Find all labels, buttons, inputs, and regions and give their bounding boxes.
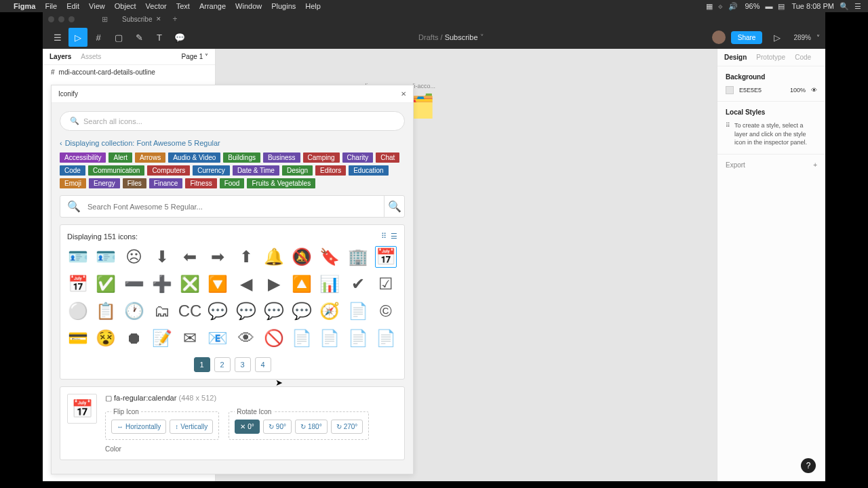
spotlight-icon[interactable]: 🔍 bbox=[840, 2, 849, 11]
search-all-input[interactable]: 🔍 Search all icons... bbox=[60, 111, 405, 131]
icon-grid-cell[interactable]: 📄 bbox=[347, 327, 369, 349]
icon-grid-cell[interactable]: 📅 bbox=[67, 273, 89, 295]
category-tag[interactable]: Files bbox=[123, 178, 146, 188]
icon-grid-cell[interactable]: 🗂 bbox=[151, 300, 173, 322]
menu-file[interactable]: File bbox=[45, 2, 57, 10]
comment-tool-icon[interactable]: 💬 bbox=[170, 28, 189, 47]
icon-grid-cell[interactable]: ✔ bbox=[347, 273, 369, 295]
icon-grid-cell[interactable]: 🔽 bbox=[207, 273, 229, 295]
category-tag[interactable]: Fitness bbox=[185, 178, 216, 188]
menu-object[interactable]: Object bbox=[115, 2, 136, 10]
icon-grid-cell[interactable]: 🔖 bbox=[319, 246, 340, 268]
icon-grid-cell[interactable]: ⚪ bbox=[67, 300, 89, 322]
icon-grid-cell[interactable]: ▶ bbox=[263, 273, 285, 295]
category-tag[interactable]: Audio & Video bbox=[168, 152, 220, 163]
collection-label[interactable]: Displaying collection: Font Awesome 5 Re… bbox=[65, 139, 220, 147]
traffic-lights[interactable] bbox=[48, 16, 75, 22]
icon-grid-cell[interactable]: 🕐 bbox=[123, 300, 145, 322]
icon-grid-cell[interactable]: 💳 bbox=[67, 327, 89, 349]
page-2-button[interactable]: 2 bbox=[214, 357, 231, 372]
chevron-down-icon[interactable]: ˅ bbox=[480, 33, 484, 41]
maximize-window-icon[interactable] bbox=[68, 16, 75, 22]
help-button[interactable]: ? bbox=[801, 458, 816, 473]
share-button[interactable]: Share bbox=[731, 31, 763, 44]
icon-grid-cell[interactable]: 🔼 bbox=[291, 273, 313, 295]
present-icon[interactable]: ▷ bbox=[768, 28, 787, 47]
frame-tool-icon[interactable]: # bbox=[89, 28, 108, 47]
category-tag[interactable]: Education bbox=[349, 165, 388, 176]
zoom-chevron-icon[interactable]: ˅ bbox=[816, 34, 820, 41]
tab-layers[interactable]: Layers bbox=[50, 53, 71, 60]
category-tag[interactable]: Editors bbox=[315, 165, 346, 176]
icon-grid-cell[interactable]: 💬 bbox=[235, 300, 257, 322]
breadcrumb[interactable]: Drafts / Subscribe ˅ bbox=[191, 33, 712, 42]
icon-grid-cell[interactable]: 🚫 bbox=[263, 327, 285, 349]
icon-grid-cell[interactable]: 📝 bbox=[151, 327, 173, 349]
move-tool-icon[interactable]: ▷ bbox=[68, 28, 87, 47]
icon-grid-cell[interactable]: 😵 bbox=[95, 327, 117, 349]
rotate-180-button[interactable]: ↻ 180° bbox=[295, 420, 328, 434]
icon-grid-cell[interactable]: ❎ bbox=[179, 273, 201, 295]
category-tag[interactable]: Date & Time bbox=[233, 165, 279, 176]
category-tag[interactable]: Communication bbox=[88, 165, 144, 176]
bg-hex[interactable]: E5E5E5 bbox=[739, 87, 762, 94]
tab-close-icon[interactable]: ✕ bbox=[156, 16, 161, 22]
document-tab[interactable]: Subscribe ✕ bbox=[115, 14, 168, 25]
shape-tool-icon[interactable]: ▢ bbox=[109, 28, 128, 47]
icon-grid-cell[interactable]: ➕ bbox=[151, 273, 173, 295]
menu-window[interactable]: Window bbox=[235, 2, 262, 10]
icon-grid-cell[interactable]: ◀ bbox=[235, 273, 257, 295]
category-tag[interactable]: Currency bbox=[193, 165, 230, 176]
category-tag[interactable]: Buildings bbox=[223, 152, 260, 163]
icon-grid-cell[interactable]: 📄 bbox=[347, 300, 369, 322]
menu-plugins[interactable]: Plugins bbox=[271, 2, 296, 10]
icon-grid-cell[interactable]: 👁 bbox=[235, 327, 257, 349]
icon-grid-cell[interactable]: ⏺ bbox=[123, 327, 145, 349]
icon-grid-cell[interactable]: ➡ bbox=[207, 246, 229, 268]
icon-grid-cell[interactable]: 💬 bbox=[291, 300, 313, 322]
category-tag[interactable]: Energy bbox=[89, 178, 120, 188]
icon-grid-cell[interactable]: 🏢 bbox=[347, 246, 369, 268]
icon-grid-cell[interactable]: 🪪 bbox=[67, 246, 89, 268]
rotate-0-button[interactable]: ✕ 0° bbox=[235, 420, 260, 434]
category-tag[interactable]: Charity bbox=[342, 152, 374, 163]
menu-app[interactable]: Figma bbox=[14, 2, 35, 10]
icon-grid-cell[interactable]: ✅ bbox=[95, 273, 117, 295]
tab-code[interactable]: Code bbox=[795, 54, 811, 61]
category-tag[interactable]: Chat bbox=[376, 152, 399, 163]
category-tag[interactable]: Emoji bbox=[60, 178, 86, 188]
search-collection-input[interactable]: 🔍 🔍 bbox=[60, 195, 405, 218]
category-tag[interactable]: Camping bbox=[303, 152, 340, 163]
rotate-90-button[interactable]: ↻ 90° bbox=[263, 420, 292, 434]
icon-grid-cell[interactable]: 📋 bbox=[95, 300, 117, 322]
plugin-close-icon[interactable]: ✕ bbox=[401, 90, 406, 98]
menu-arrange[interactable]: Arrange bbox=[199, 2, 226, 10]
add-export-button[interactable]: + bbox=[813, 161, 817, 169]
clock[interactable]: Tue 8:08 PM bbox=[791, 2, 834, 10]
category-tag[interactable]: Design bbox=[282, 165, 313, 176]
category-tag[interactable]: Food bbox=[220, 178, 245, 188]
category-tag[interactable]: Computers bbox=[147, 165, 190, 176]
category-tag[interactable]: Arrows bbox=[135, 152, 165, 163]
hamburger-menu-icon[interactable]: ☰ bbox=[48, 28, 67, 47]
menu-text[interactable]: Text bbox=[176, 2, 190, 10]
new-tab-button[interactable]: + bbox=[172, 14, 177, 24]
search-collection-field[interactable] bbox=[81, 197, 384, 216]
icon-grid-cell[interactable]: 🪪 bbox=[95, 246, 117, 268]
icon-grid-cell[interactable]: 📄 bbox=[319, 327, 340, 349]
close-window-icon[interactable] bbox=[48, 16, 54, 22]
visibility-icon[interactable]: 👁 bbox=[811, 87, 817, 94]
bg-opacity[interactable]: 100% bbox=[790, 87, 806, 94]
flag-icon[interactable]: ▤ bbox=[778, 2, 785, 11]
icon-grid-cell[interactable]: 📅 bbox=[375, 246, 397, 268]
icon-grid-cell[interactable]: ☹ bbox=[123, 246, 145, 268]
icon-grid-cell[interactable]: ⬆ bbox=[235, 246, 257, 268]
bg-color-swatch[interactable] bbox=[726, 86, 734, 94]
icon-grid-cell[interactable]: ➖ bbox=[123, 273, 145, 295]
tab-prototype[interactable]: Prototype bbox=[756, 54, 785, 61]
page-1-button[interactable]: 1 bbox=[194, 357, 210, 372]
icon-grid-cell[interactable]: ✉ bbox=[179, 327, 201, 349]
category-tag[interactable]: Finance bbox=[149, 178, 183, 188]
icon-grid-cell[interactable]: 📄 bbox=[375, 327, 397, 349]
layer-row[interactable]: # mdi-account-card-details-outline bbox=[43, 65, 215, 79]
